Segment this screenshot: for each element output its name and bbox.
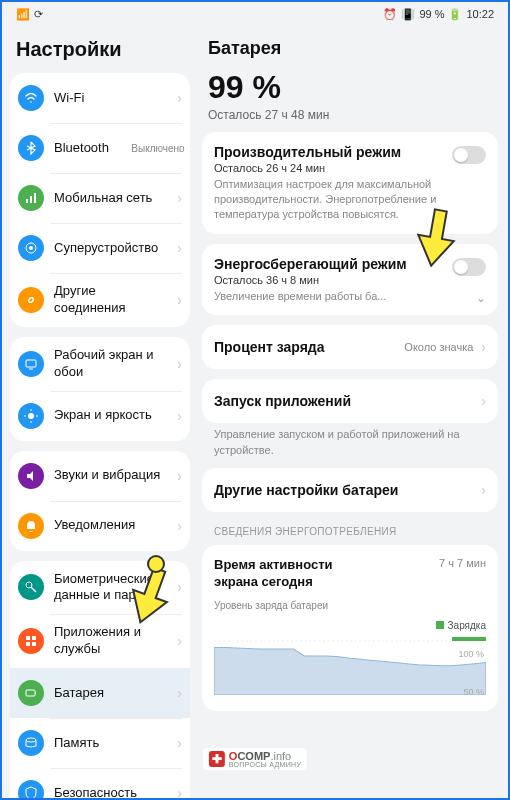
sun-icon (18, 403, 44, 429)
performance-mode-toggle[interactable] (452, 146, 486, 164)
sync-icon: ⟳ (34, 8, 43, 21)
performance-mode-card[interactable]: Производительный режим Осталось 26 ч 24 … (202, 132, 498, 234)
sidebar-item-device[interactable]: Суперустройство › (10, 223, 190, 273)
sidebar-item-cellular[interactable]: Мобильная сеть › (10, 173, 190, 223)
chart-title: Время активности экрана сегодня (214, 557, 374, 591)
svg-rect-18 (26, 690, 35, 696)
status-bar: 📶 ⟳ ⏰ 📳 99 % 🔋 10:22 (2, 2, 508, 26)
chevron-right-icon: › (177, 292, 182, 308)
power-saving-toggle[interactable] (452, 258, 486, 276)
svg-rect-1 (30, 196, 32, 203)
power-saving-sub: Осталось 36 ч 8 мин (214, 274, 486, 286)
storage-icon (18, 730, 44, 756)
app-launch-title: Запуск приложений (214, 393, 351, 409)
other-battery-row[interactable]: Другие настройки батареи › (202, 468, 498, 512)
alarm-icon: ⏰ (383, 8, 397, 21)
svg-rect-14 (26, 636, 30, 640)
power-saving-desc: Увеличение времени работы ба... (214, 289, 486, 304)
sidebar-item-label: Мобильная сеть (54, 190, 167, 207)
sidebar-item-apps[interactable]: Приложения и службы › (10, 614, 190, 668)
svg-rect-16 (26, 642, 30, 646)
legend-swatch (436, 621, 444, 629)
chevron-right-icon: › (481, 482, 486, 498)
sidebar-item-sound[interactable]: Звуки и вибрация › (10, 451, 190, 501)
bell-icon (18, 513, 44, 539)
performance-mode-title: Производительный режим (214, 144, 486, 160)
sidebar-item-label: Батарея (54, 685, 167, 702)
percent-display-title: Процент заряда (214, 339, 325, 355)
svg-rect-15 (32, 636, 36, 640)
chevron-right-icon: › (177, 685, 182, 701)
sound-icon (18, 463, 44, 489)
app-launch-row[interactable]: Запуск приложений › (202, 379, 498, 423)
sidebar-item-label: Bluetooth (54, 140, 121, 157)
performance-mode-desc: Оптимизация настроек для максимальной пр… (214, 177, 486, 222)
sidebar-item-storage[interactable]: Память › (10, 718, 190, 768)
svg-rect-19 (35, 692, 36, 694)
legend-label: Зарядка (448, 620, 486, 631)
chevron-right-icon: › (177, 518, 182, 534)
clock: 10:22 (466, 8, 494, 20)
sidebar-item-label: Память (54, 735, 167, 752)
usage-section-header: СВЕДЕНИЯ ЭНЕРГОПОТРЕБЛЕНИЯ (202, 522, 498, 545)
app-launch-desc: Управление запуском и работой приложений… (202, 427, 498, 468)
chevron-right-icon: › (177, 140, 182, 156)
sidebar-item-bluetooth[interactable]: Bluetooth Выключено › (10, 123, 190, 173)
chevron-right-icon: › (177, 785, 182, 798)
annotation-dot (147, 555, 165, 573)
display-icon (18, 351, 44, 377)
sidebar-item-label: Суперустройство (54, 240, 167, 257)
device-icon (18, 235, 44, 261)
battery-remaining: Осталось 27 ч 48 мин (202, 106, 498, 132)
svg-rect-23 (452, 637, 486, 641)
watermark: ✚ OCOMP.info ВОПРОСЫ АДМИНУ (203, 748, 307, 770)
sidebar-item-shield[interactable]: Безопасность › (10, 768, 190, 798)
svg-point-4 (29, 246, 33, 250)
sidebar-item-label: Уведомления (54, 517, 167, 534)
sidebar-item-sun[interactable]: Экран и яркость › (10, 391, 190, 441)
power-saving-title: Энергосберегающий режим (214, 256, 486, 272)
other-battery-title: Другие настройки батареи (214, 482, 398, 498)
percent-display-value: Около значка (404, 341, 473, 354)
sidebar-item-label: Рабочий экран и обои (54, 347, 167, 381)
link-icon (18, 287, 44, 313)
sidebar-item-battery[interactable]: Батарея › (10, 668, 190, 718)
chevron-right-icon: › (177, 90, 182, 106)
chevron-right-icon: › (177, 735, 182, 751)
power-saving-card[interactable]: Энергосберегающий режим Осталось 36 ч 8 … (202, 244, 498, 316)
expand-icon[interactable]: ⌄ (476, 291, 486, 305)
usage-chart-card[interactable]: Время активности экрана сегодня 7 ч 7 ми… (202, 545, 498, 711)
vibrate-icon: 📳 (401, 8, 415, 21)
chevron-right-icon: › (481, 339, 486, 355)
svg-rect-2 (34, 193, 36, 203)
chevron-right-icon: › (177, 579, 182, 595)
battery-panel: Батарея 99 % Осталось 27 ч 48 мин Произв… (198, 26, 508, 798)
shield-icon (18, 780, 44, 798)
sidebar-item-wifi[interactable]: Wi-Fi › (10, 73, 190, 123)
wifi-icon (18, 85, 44, 111)
svg-rect-17 (32, 642, 36, 646)
battery-chart (214, 635, 486, 695)
chart-subtitle: Уровень заряда батареи (214, 599, 486, 612)
svg-line-13 (31, 587, 36, 592)
sidebar-item-display[interactable]: Рабочий экран и обои › (10, 337, 190, 391)
watermark-badge-icon: ✚ (209, 751, 225, 767)
percent-display-row[interactable]: Процент заряда Около значка › (202, 325, 498, 369)
svg-rect-0 (26, 199, 28, 203)
battery-icon: 🔋 (448, 8, 462, 21)
y-tick-100: 100 % (458, 649, 484, 659)
sidebar-item-bell[interactable]: Уведомления › (10, 501, 190, 551)
svg-point-7 (28, 413, 34, 419)
cellular-icon (18, 185, 44, 211)
sidebar-item-label: Безопасность (54, 785, 167, 798)
sidebar-item-link[interactable]: Другие соединения › (10, 273, 190, 327)
battery-big-percent: 99 % (202, 69, 498, 106)
bluetooth-icon (18, 135, 44, 161)
sidebar-item-label: Wi-Fi (54, 90, 167, 107)
sidebar-item-label: Звуки и вибрация (54, 467, 167, 484)
battery-percent: 99 % (419, 8, 444, 20)
settings-sidebar: Настройки Wi-Fi › Bluetooth Выключено › … (2, 26, 198, 798)
sidebar-item-label: Приложения и службы (54, 624, 167, 658)
sidebar-item-label: Экран и яркость (54, 407, 167, 424)
svg-point-20 (26, 738, 36, 742)
